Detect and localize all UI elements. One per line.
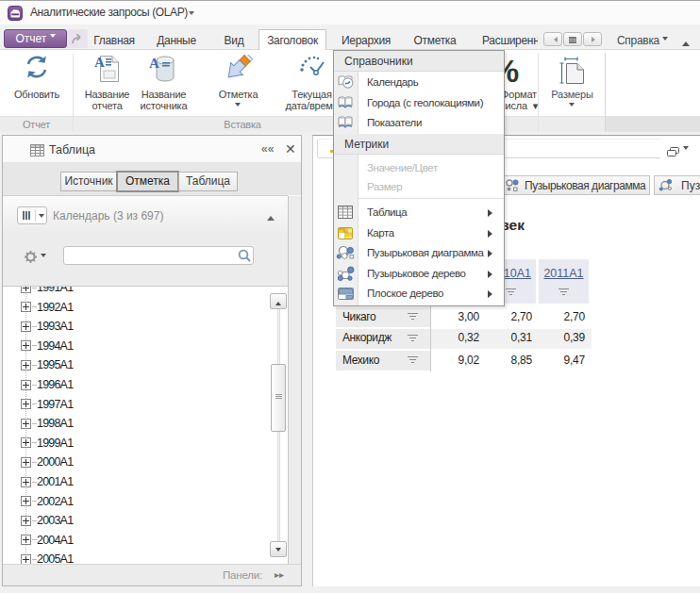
svg-text:A: A [94, 55, 105, 70]
svg-text:A: A [149, 56, 159, 71]
